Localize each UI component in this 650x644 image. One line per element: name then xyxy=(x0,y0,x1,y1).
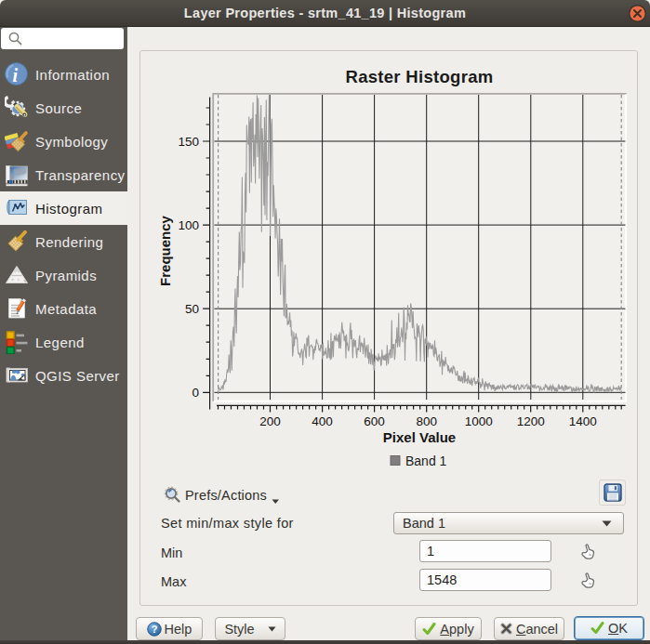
svg-text:0: 0 xyxy=(192,386,199,400)
svg-text:1400: 1400 xyxy=(569,414,597,428)
svg-text:?: ? xyxy=(151,624,157,635)
svg-text:Pixel Value: Pixel Value xyxy=(383,429,456,445)
svg-text:200: 200 xyxy=(259,414,281,428)
svg-text:Frequency: Frequency xyxy=(157,215,173,286)
svg-text:i: i xyxy=(13,65,19,85)
svg-text:100: 100 xyxy=(178,218,199,232)
svg-text:Band 1: Band 1 xyxy=(405,453,447,468)
svg-text:1200: 1200 xyxy=(517,414,545,428)
svg-text:800: 800 xyxy=(416,414,437,428)
svg-text:150: 150 xyxy=(178,135,199,149)
svg-text:Raster Histogram: Raster Histogram xyxy=(345,67,493,86)
svg-text:1000: 1000 xyxy=(465,414,493,428)
svg-text:400: 400 xyxy=(312,414,333,428)
svg-text:600: 600 xyxy=(364,414,385,428)
svg-text:50: 50 xyxy=(185,302,199,316)
